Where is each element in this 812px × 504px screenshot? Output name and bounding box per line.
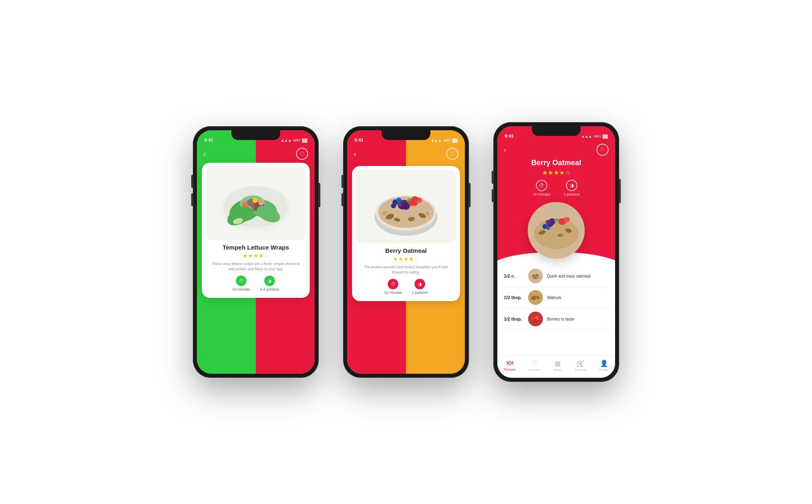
ingredient-image-2 (528, 290, 543, 305)
ingredient-amount-1: 1/2 c. (504, 274, 524, 278)
profile-label: Profile (599, 368, 609, 372)
recipe-meta-1: ⏱ 10 minutes ◑ 2-4 portions (209, 276, 302, 291)
recipe-desc-2: The protein-packed (and fruity!) breakfa… (359, 265, 453, 275)
svg-point-9 (253, 198, 257, 203)
nav-favorite[interactable]: ♡ Favorite (529, 360, 540, 372)
phone3-title: Berry Oatmeal (504, 159, 609, 167)
status-time-3: 9:41 (505, 134, 514, 138)
portions-icon-1: ◑ (264, 276, 275, 286)
phone3-time-label: 10 minutes (533, 192, 551, 196)
ingredient-name-2: Walnuts (547, 295, 609, 300)
shoplist-icon: 🛒 (577, 360, 585, 367)
svg-point-59 (533, 319, 537, 323)
portions-label-1: 2-4 portions (260, 287, 279, 291)
ingredient-row-3: 1/2 tbsp. Berries to taste (504, 308, 609, 330)
notch-2 (382, 130, 430, 140)
signal-icon-2: ▲▲▲ (431, 138, 442, 142)
battery-icon: ▓▓ (302, 138, 307, 142)
battery-icon-2: ▓▓ (452, 138, 458, 142)
phone-3: 9:41 ▲▲▲ WiFi ▓▓ ‹ ♡ Berry Oatmeal ★★★★☆ (493, 122, 619, 382)
portions-label-2: 2 portions (412, 291, 428, 295)
nav-profile[interactable]: 👤 Profile (599, 360, 609, 372)
header-bar-2: ‹ ♡ (347, 145, 465, 163)
wifi-icon: WiFi (293, 138, 300, 142)
phone3-time-meta: ⏱ 10 minutes (533, 180, 551, 196)
ingredient-amount-3: 1/2 tbsp. (504, 317, 524, 321)
back-button-1[interactable]: ‹ (203, 150, 206, 158)
svg-point-30 (396, 198, 401, 202)
portions-icon-2: ◑ (415, 279, 425, 289)
svg-point-8 (258, 200, 264, 205)
portions-meta-1: ◑ 2-4 portions (260, 276, 279, 291)
svg-point-50 (532, 274, 535, 277)
time-meta-2: ⏱ 10 minutes (384, 279, 402, 295)
time-label-2: 10 minutes (384, 291, 402, 295)
ingredient-amount-2: 1/2 tbsp. (504, 295, 524, 300)
phones-container: 9:41 ▲▲▲ WiFi ▓▓ ‹ ♡ (193, 122, 619, 382)
battery-icon-3: ▓▓ (603, 134, 608, 138)
back-button-2[interactable]: ‹ (354, 150, 356, 158)
wifi-icon-2: WiFi (443, 138, 451, 142)
favorite-button-2[interactable]: ♡ (446, 148, 458, 160)
news-icon: ▦ (555, 360, 561, 367)
phone-1: 9:41 ▲▲▲ WiFi ▓▓ ‹ ♡ (193, 126, 319, 378)
status-time-2: 9:41 (354, 138, 363, 142)
svg-point-51 (536, 274, 538, 276)
signal-icon-3: ▲▲▲ (581, 134, 592, 138)
ingredient-name-1: Quick and easy oatmeal (547, 274, 609, 278)
portions-meta-2: ◑ 2 portions (412, 279, 428, 295)
recipe-title-1: Tempeh Lettuce Wraps (209, 244, 302, 251)
phone3-food-image (528, 202, 585, 259)
status-icons-2: ▲▲▲ WiFi ▓▓ (431, 138, 458, 142)
phone3-meta: ⏱ 10 minutes ◑ 2 portions (504, 180, 609, 196)
status-icons-1: ▲▲▲ WiFi ▓▓ (281, 138, 307, 142)
svg-point-52 (534, 276, 537, 279)
news-label: News (553, 368, 561, 372)
favorite-icon: ♡ (532, 360, 538, 367)
recipe-title-2: Berry Oatmeal (359, 247, 453, 254)
time-label-1: 10 minutes (232, 287, 250, 291)
ingredient-name-3: Berries to taste (547, 317, 609, 321)
time-icon-2: ⏱ (388, 279, 398, 289)
card-content-1: Tempeh Lettuce Wraps ★★★★☆ These easy le… (206, 240, 306, 291)
status-icons-3: ▲▲▲ WiFi ▓▓ (581, 134, 608, 138)
back-button-3[interactable]: ‹ (504, 146, 506, 154)
shoplist-label: Shoplist (575, 368, 586, 372)
phone-2: 9:41 ▲▲▲ WiFi ▓▓ ‹ ♡ (343, 126, 469, 378)
phone3-header: Berry Oatmeal ★★★★☆ ⏱ 10 minutes ◑ 2 por… (497, 159, 615, 202)
phone3-portions-icon: ◑ (566, 180, 577, 191)
ingredient-image-3 (528, 312, 543, 326)
recipe-card-1: Tempeh Lettuce Wraps ★★★★☆ These easy le… (202, 163, 310, 298)
phone3-time-icon: ⏱ (536, 180, 547, 191)
nav-news[interactable]: ▦ News (553, 360, 561, 372)
recipes-icon: 🍽 (507, 360, 513, 367)
signal-icon: ▲▲▲ (281, 138, 292, 142)
phone3-stars: ★★★★☆ (504, 169, 609, 177)
svg-point-43 (546, 226, 550, 230)
header-bar-1: ‹ ♡ (197, 145, 315, 163)
svg-point-41 (564, 217, 570, 222)
food-image-2 (356, 170, 456, 243)
nav-shoplist[interactable]: 🛒 Shoplist (575, 360, 586, 372)
svg-point-39 (549, 218, 555, 225)
notch-1 (231, 130, 280, 140)
recipes-label: Recipes (504, 368, 516, 371)
recipe-stars-2: ★★★★☆ (359, 256, 453, 262)
svg-point-46 (557, 234, 563, 237)
ingredient-row-1: 1/2 c. Quick and easy oatmeal (504, 265, 609, 287)
favorite-button-3[interactable]: ♡ (596, 144, 609, 156)
time-meta-1: ⏱ 10 minutes (232, 276, 250, 291)
food-image-1 (206, 167, 306, 240)
phone3-portions-meta: ◑ 2 portions (564, 180, 580, 196)
svg-point-28 (412, 196, 418, 201)
svg-point-31 (391, 203, 396, 208)
ingredient-image-1 (528, 269, 543, 283)
favorite-label: Favorite (529, 368, 540, 372)
card-content-2: Berry Oatmeal ★★★★☆ The protein-packed (… (356, 243, 456, 295)
header-bar-3: ‹ ♡ (497, 141, 615, 159)
favorite-button-1[interactable]: ♡ (296, 148, 308, 160)
nav-recipes[interactable]: 🍽 Recipes (504, 360, 516, 371)
time-icon-1: ⏱ (236, 276, 246, 286)
notch-3 (532, 126, 581, 136)
recipe-meta-2: ⏱ 10 minutes ◑ 2 portions (359, 279, 453, 295)
